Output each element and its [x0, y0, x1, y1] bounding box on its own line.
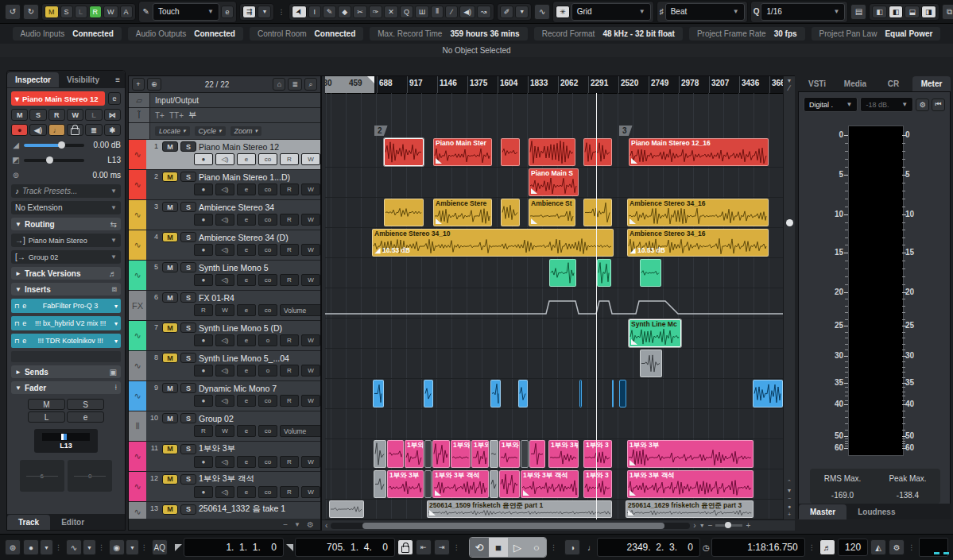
solo-button[interactable]: S	[180, 172, 196, 182]
line-tool[interactable]: ∕	[445, 6, 458, 18]
audio-event[interactable]: Ambience Stereo 34_16◢ 10.53 dB	[627, 229, 769, 257]
monitor-button[interactable]: ◁)	[215, 486, 234, 498]
audio-event[interactable]: 1부와	[471, 440, 489, 468]
midi-record-mode-button[interactable]: ◉	[109, 539, 125, 555]
fader-pan-display[interactable]: L13	[34, 429, 98, 453]
punch-lock-button[interactable]	[397, 539, 413, 555]
monitor-button[interactable]: ◁)	[215, 395, 234, 407]
automation-edit-button[interactable]: e	[221, 6, 234, 18]
audio-event[interactable]	[501, 199, 520, 226]
automation-curve[interactable]	[325, 288, 783, 319]
volume-slider[interactable]	[24, 144, 84, 147]
record-enable-button[interactable]: ●	[194, 274, 213, 286]
punch-out-button[interactable]: ⇥	[434, 539, 450, 555]
insert-slot-2[interactable]: ⊓e!!! bx_hybrid V2 mix !!!▾	[11, 316, 121, 330]
automation-s-button[interactable]: S	[60, 6, 73, 18]
selected-track-title[interactable]: ▾Piano Main Stereo 12	[11, 91, 105, 106]
tab-visibility[interactable]: Visibility	[59, 72, 107, 87]
monitor-button[interactable]: ◁)	[215, 183, 234, 195]
menu-zoom[interactable]: Zoom▾	[231, 126, 262, 136]
edit-channel-button[interactable]: e	[237, 214, 256, 226]
solo-button[interactable]: S	[180, 504, 196, 515]
audio-event[interactable]	[374, 470, 386, 498]
record-enable-button[interactable]: ●	[194, 244, 213, 256]
monitor-button[interactable]: ◁)	[215, 214, 234, 226]
read-automation-button[interactable]: R	[280, 214, 299, 226]
mute-button[interactable]: M	[162, 172, 178, 182]
play-button[interactable]: ▷	[508, 538, 527, 557]
right-zone-toggle[interactable]: ◨	[921, 6, 936, 18]
window-layout-setup-button[interactable]: ⧉	[942, 4, 953, 20]
snap-toggle-button[interactable]: ✳	[556, 6, 570, 18]
read-automation-button[interactable]: R	[280, 456, 299, 468]
audio-event[interactable]	[583, 138, 612, 166]
pan-slider[interactable]	[24, 159, 84, 162]
slider-knob[interactable]	[58, 141, 65, 149]
write-automation-button[interactable]: W	[301, 244, 320, 256]
tab-loudness[interactable]: Loudness	[846, 504, 906, 519]
automation-l-button[interactable]: L	[75, 6, 87, 18]
automation-w-button[interactable]: W	[103, 6, 118, 18]
cycle-button[interactable]: ⟲	[470, 538, 489, 557]
track-row-2[interactable]: ∿2MSPiano Main Stereo 1...D)●◁)ecoRW	[129, 170, 320, 200]
automation-mode-dropdown[interactable]: Touch▼	[153, 3, 219, 21]
glue-tool[interactable]: ✑	[369, 6, 383, 18]
section-routing[interactable]: ▼Routing⇆	[11, 218, 121, 230]
section-fader[interactable]: ▼Fader⍿	[11, 381, 121, 394]
lane-track-4[interactable]: Ambience Stereo 34_10◢ 10.53 dBAmbience …	[325, 228, 783, 258]
track-btn-⋈[interactable]: ⋈	[104, 109, 121, 121]
mute-button[interactable]: M	[162, 202, 178, 212]
edit-channel-button[interactable]: e	[237, 456, 256, 468]
track-row-8[interactable]: ∿8MSSynth Line Mono 5_...04●◁)eoRW	[129, 351, 320, 381]
undo-button[interactable]: ↺	[5, 4, 21, 20]
slider-knob[interactable]	[46, 156, 53, 164]
automation-parameter[interactable]: Volume	[280, 304, 320, 316]
track-row-3[interactable]: ∿3MSAmbience Stereo 34●◁)ecoRW	[129, 200, 320, 230]
zoom-slider-thumb[interactable]	[725, 522, 731, 528]
fader-l-button[interactable]: L	[28, 411, 65, 423]
lane-track-5[interactable]	[325, 258, 783, 288]
record-button[interactable]: ○	[527, 538, 546, 557]
freeze-button[interactable]: ✱	[104, 124, 121, 136]
track-row-11[interactable]: ∿11MS1부와 3부●◁)ecoRW	[129, 442, 320, 472]
constrain-delay-button[interactable]: ⊚	[5, 539, 21, 555]
mute-button[interactable]: M	[162, 383, 178, 393]
object-selection-tool[interactable]: ➤	[292, 6, 306, 18]
audio-event[interactable]	[640, 350, 662, 377]
mute-button[interactable]: M	[162, 232, 178, 242]
edit-channel-button[interactable]: e	[237, 153, 256, 165]
range-selection-tool[interactable]: I	[308, 6, 321, 18]
monitor-button[interactable]: ◁)	[215, 334, 234, 346]
timeline-ruler[interactable]: 2304596889171146137516041833206222912520…	[325, 76, 783, 94]
lane-track-9[interactable]	[325, 379, 783, 409]
write-automation-button[interactable]: W	[215, 304, 234, 316]
collapse-icon[interactable]: −	[283, 520, 288, 529]
lane-track-6[interactable]	[325, 288, 783, 319]
solo-button[interactable]: S	[180, 444, 196, 454]
split-tool[interactable]: ✂	[353, 6, 367, 18]
show-lanes-button[interactable]: ≣	[85, 124, 102, 136]
audio-event[interactable]: Ambience Stereo 34_16	[627, 199, 769, 226]
audio-event[interactable]	[612, 380, 614, 407]
zoom-in-icon[interactable]: +	[746, 521, 750, 530]
inspector-menu-icon[interactable]: ≡	[110, 75, 125, 84]
mute-button[interactable]: M	[162, 413, 178, 423]
audio-event[interactable]	[499, 470, 520, 498]
mute-button[interactable]: M	[162, 353, 178, 363]
menu-cycle[interactable]: Cycle▾	[195, 126, 226, 136]
meter-settings-button[interactable]: ⚙	[916, 98, 929, 111]
read-automation-button[interactable]: R	[280, 274, 299, 286]
write-automation-button[interactable]: W	[301, 365, 320, 377]
chevron-down-icon[interactable]: ▼	[294, 521, 300, 528]
draw-tool[interactable]: ✎	[323, 6, 337, 18]
vertical-scrollbar[interactable]: ▼∕⌃▼−●+	[783, 76, 795, 519]
track-row-10[interactable]: ⫴10MSGroup 02RWecoVolume	[129, 411, 320, 442]
audio-event[interactable]: 1부와 3	[583, 470, 612, 498]
color-menu-button[interactable]: ✐	[500, 6, 514, 18]
audio-event[interactable]: 1부와 3부	[387, 470, 424, 498]
audio-event[interactable]	[424, 380, 433, 407]
read-automation-button[interactable]: R	[280, 183, 299, 195]
track-row-1[interactable]: ∿1MSPiano Main Stereo 12●◁)ecoRW	[129, 140, 320, 170]
preset-icon[interactable]: ▼	[787, 488, 792, 493]
color-menu-dropdown[interactable]: ▼	[515, 6, 529, 18]
